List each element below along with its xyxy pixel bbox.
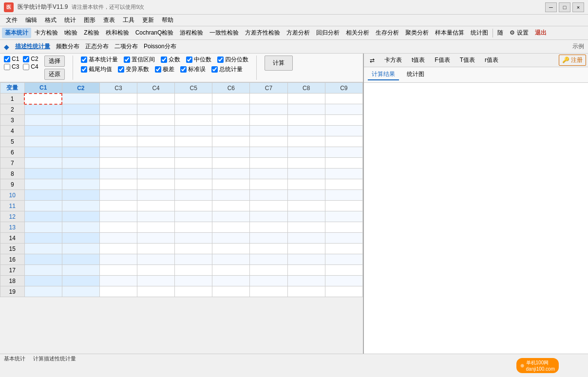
grid-cell-r8-C5[interactable]: [175, 169, 212, 179]
grid-cell-r17-C8[interactable]: [287, 265, 325, 276]
grid-cell-r5-C5[interactable]: [175, 136, 212, 147]
grid-cell-r2-C9[interactable]: [325, 104, 362, 115]
grid-cell-r16-C5[interactable]: [175, 254, 212, 265]
grid-cell-r5-C7[interactable]: [250, 136, 287, 147]
grid-cell-r3-C9[interactable]: [325, 115, 362, 126]
grid-cell-r19-C5[interactable]: [175, 286, 212, 297]
grid-cell-r10-C2[interactable]: [62, 190, 99, 201]
table-ref-t值表[interactable]: t值表: [408, 55, 429, 65]
toolbar-item-5[interactable]: CochranQ检验: [133, 28, 177, 38]
grid-cell-r7-C1[interactable]: [24, 158, 62, 169]
grid-cell-r7-C9[interactable]: [325, 158, 362, 169]
var-c1[interactable]: C1: [4, 56, 19, 62]
grid-col-C3[interactable]: C3: [99, 83, 137, 94]
grid-cell-r1-C1[interactable]: [24, 94, 62, 104]
toolbar-item-6[interactable]: 游程检验: [177, 28, 206, 38]
grid-cell-r11-C6[interactable]: [212, 201, 250, 211]
menu-item-文件[interactable]: 文件: [2, 15, 21, 25]
grid-col-C8[interactable]: C8: [287, 83, 325, 94]
grid-cell-r4-C7[interactable]: [250, 126, 287, 136]
toolbar-item-10[interactable]: 回归分析: [313, 28, 342, 38]
grid-cell-r16-C8[interactable]: [287, 254, 325, 265]
grid-col-C6[interactable]: C6: [212, 83, 250, 94]
sub-toolbar-item-3[interactable]: 二项分布: [114, 42, 138, 51]
grid-cell-r18-C4[interactable]: [137, 276, 175, 286]
grid-cell-r14-C2[interactable]: [62, 233, 99, 244]
grid-cell-r1-C7[interactable]: [250, 94, 287, 104]
grid-scroll[interactable]: 变量C1C2C3C4C5C6C7C8C912345678910111213141…: [0, 82, 363, 354]
restore-button[interactable]: 还原: [44, 69, 65, 80]
grid-cell-r12-C9[interactable]: [325, 211, 362, 222]
table-ref-卡方表[interactable]: 卡方表: [380, 55, 406, 65]
grid-cell-r6-C6[interactable]: [212, 147, 250, 158]
toolbar-item-7[interactable]: 一致性检验: [207, 28, 242, 38]
grid-cell-r15-C6[interactable]: [212, 244, 250, 254]
grid-cell-r8-C4[interactable]: [137, 169, 175, 179]
grid-cell-r7-C8[interactable]: [287, 158, 325, 169]
grid-cell-r2-C2[interactable]: [62, 104, 99, 115]
grid-cell-r5-C8[interactable]: [287, 136, 325, 147]
toolbar-item-15[interactable]: 统计图: [468, 28, 491, 38]
grid-cell-r6-C8[interactable]: [287, 147, 325, 158]
grid-cell-r11-C4[interactable]: [137, 201, 175, 211]
grid-cell-r9-C1[interactable]: [24, 179, 62, 190]
example-button[interactable]: 示例: [572, 42, 584, 51]
grid-cell-r10-C7[interactable]: [250, 190, 287, 201]
grid-cell-r18-C7[interactable]: [250, 276, 287, 286]
arrow-toggle-button[interactable]: ⇄: [366, 56, 379, 65]
cb-quartile[interactable]: 四分位数: [217, 56, 248, 64]
grid-cell-r11-C5[interactable]: [175, 201, 212, 211]
grid-cell-r2-C5[interactable]: [175, 104, 212, 115]
cb-mode[interactable]: 众数: [161, 56, 180, 64]
grid-cell-r13-C6[interactable]: [212, 222, 250, 233]
cb-ci[interactable]: 置信区间: [124, 56, 155, 64]
cb-total[interactable]: 总统计量: [211, 65, 243, 74]
grid-cell-r14-C9[interactable]: [325, 233, 362, 244]
close-button[interactable]: ×: [572, 2, 584, 12]
grid-cell-r19-C3[interactable]: [99, 286, 137, 297]
var-c1-cb[interactable]: [4, 56, 10, 62]
grid-cell-r19-C2[interactable]: [62, 286, 99, 297]
grid-cell-r11-C9[interactable]: [325, 201, 362, 211]
grid-cell-r9-C7[interactable]: [250, 179, 287, 190]
grid-cell-r12-C7[interactable]: [250, 211, 287, 222]
grid-col-C1[interactable]: C1: [24, 83, 62, 94]
grid-cell-r3-C1[interactable]: [24, 115, 62, 126]
grid-cell-r3-C7[interactable]: [250, 115, 287, 126]
grid-cell-r11-C3[interactable]: [99, 201, 137, 211]
menu-item-查表[interactable]: 查表: [99, 15, 119, 25]
cb-se[interactable]: 标准误: [180, 65, 206, 74]
grid-cell-r16-C3[interactable]: [99, 254, 137, 265]
grid-cell-r4-C8[interactable]: [287, 126, 325, 136]
grid-cell-r6-C2[interactable]: [62, 147, 99, 158]
sub-toolbar-item-1[interactable]: 频数分布: [56, 42, 79, 51]
grid-cell-r15-C4[interactable]: [137, 244, 175, 254]
grid-cell-r6-C9[interactable]: [325, 147, 362, 158]
grid-cell-r14-C6[interactable]: [212, 233, 250, 244]
grid-cell-r10-C5[interactable]: [175, 190, 212, 201]
grid-cell-r9-C4[interactable]: [137, 179, 175, 190]
grid-cell-r8-C3[interactable]: [99, 169, 137, 179]
grid-cell-r15-C9[interactable]: [325, 244, 362, 254]
grid-cell-r8-C7[interactable]: [250, 169, 287, 179]
grid-cell-r17-C4[interactable]: [137, 265, 175, 276]
grid-cell-r2-C6[interactable]: [212, 104, 250, 115]
grid-cell-r12-C5[interactable]: [175, 211, 212, 222]
grid-cell-r4-C3[interactable]: [99, 126, 137, 136]
grid-cell-r4-C1[interactable]: [24, 126, 62, 136]
toolbar-item-11[interactable]: 相关分析: [343, 28, 372, 38]
grid-cell-r18-C3[interactable]: [99, 276, 137, 286]
grid-cell-r3-C5[interactable]: [175, 115, 212, 126]
grid-cell-r2-C3[interactable]: [99, 104, 137, 115]
toolbar-item-0[interactable]: 基本统计: [2, 28, 31, 38]
grid-cell-r7-C2[interactable]: [62, 158, 99, 169]
grid-cell-r6-C7[interactable]: [250, 147, 287, 158]
sub-toolbar-item-0[interactable]: 描述性统计量: [15, 42, 50, 51]
grid-cell-r16-C1[interactable]: [24, 254, 62, 265]
maximize-button[interactable]: □: [559, 2, 570, 12]
grid-cell-r17-C1[interactable]: [24, 265, 62, 276]
grid-cell-r13-C4[interactable]: [137, 222, 175, 233]
grid-cell-r18-C2[interactable]: [62, 276, 99, 286]
var-c2[interactable]: C2: [23, 56, 38, 62]
cb-median[interactable]: 中位数: [186, 56, 211, 64]
